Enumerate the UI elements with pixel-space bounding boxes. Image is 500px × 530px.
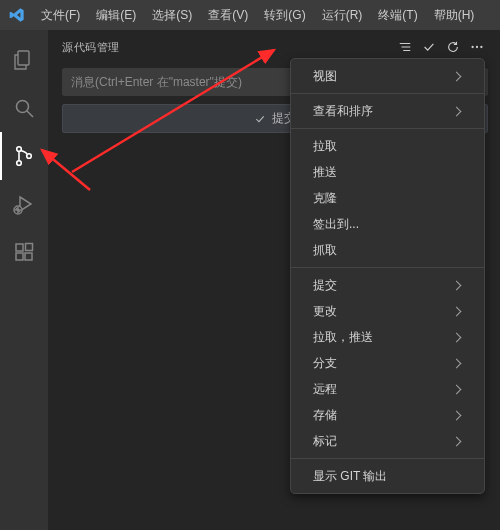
context-menu-item[interactable]: 拉取，推送	[291, 324, 484, 350]
chevron-right-icon	[452, 306, 462, 316]
context-menu-item[interactable]: 远程	[291, 376, 484, 402]
scm-panel-title: 源代码管理	[62, 40, 394, 55]
context-menu-separator	[291, 458, 484, 459]
explorer-icon[interactable]	[0, 36, 48, 84]
context-menu-item[interactable]: 提交	[291, 272, 484, 298]
svg-point-5	[27, 154, 32, 159]
context-menu-item[interactable]: 抓取	[291, 237, 484, 263]
search-icon[interactable]	[0, 84, 48, 132]
chevron-right-icon	[452, 384, 462, 394]
context-menu-label: 远程	[313, 381, 453, 398]
svg-point-19	[476, 46, 478, 48]
context-menu-label: 抓取	[313, 242, 460, 259]
context-menu-item[interactable]: 签出到...	[291, 211, 484, 237]
context-menu-item[interactable]: 拉取	[291, 133, 484, 159]
chevron-right-icon	[452, 410, 462, 420]
context-menu-label: 克隆	[313, 190, 460, 207]
chevron-right-icon	[452, 71, 462, 81]
menu-bar: 文件(F)编辑(E)选择(S)查看(V)转到(G)运行(R)终端(T)帮助(H)	[34, 3, 481, 28]
view-as-tree-icon[interactable]	[394, 36, 416, 58]
scm-icon[interactable]	[0, 132, 48, 180]
context-menu-item[interactable]: 显示 GIT 输出	[291, 463, 484, 489]
svg-point-1	[17, 101, 29, 113]
context-menu-separator	[291, 267, 484, 268]
svg-rect-0	[18, 51, 29, 65]
context-menu-label: 视图	[313, 68, 453, 85]
menu-item-5[interactable]: 运行(R)	[315, 3, 370, 28]
context-menu-label: 签出到...	[313, 216, 460, 233]
svg-point-20	[480, 46, 482, 48]
menu-item-0[interactable]: 文件(F)	[34, 3, 87, 28]
svg-rect-14	[26, 244, 33, 251]
svg-point-18	[471, 46, 473, 48]
context-menu-item[interactable]: 分支	[291, 350, 484, 376]
context-menu-item[interactable]: 更改	[291, 298, 484, 324]
svg-rect-11	[16, 244, 23, 251]
context-menu-item[interactable]: 存储	[291, 402, 484, 428]
context-menu-item[interactable]: 推送	[291, 159, 484, 185]
menu-item-6[interactable]: 终端(T)	[371, 3, 424, 28]
menu-item-3[interactable]: 查看(V)	[201, 3, 255, 28]
extensions-icon[interactable]	[0, 228, 48, 276]
svg-line-2	[27, 111, 33, 117]
context-menu-label: 标记	[313, 433, 453, 450]
context-menu-label: 拉取，推送	[313, 329, 453, 346]
context-menu-label: 查看和排序	[313, 103, 453, 120]
context-menu-item[interactable]: 查看和排序	[291, 98, 484, 124]
menu-item-1[interactable]: 编辑(E)	[89, 3, 143, 28]
title-bar: 文件(F)编辑(E)选择(S)查看(V)转到(G)运行(R)终端(T)帮助(H)	[0, 0, 500, 30]
context-menu-label: 更改	[313, 303, 453, 320]
context-menu-label: 显示 GIT 输出	[313, 468, 460, 485]
vscode-logo-icon	[6, 4, 28, 26]
chevron-right-icon	[452, 332, 462, 342]
debug-icon[interactable]	[0, 180, 48, 228]
refresh-icon[interactable]	[442, 36, 464, 58]
commit-check-icon[interactable]	[418, 36, 440, 58]
chevron-right-icon	[452, 280, 462, 290]
svg-point-4	[17, 161, 22, 166]
context-menu-item[interactable]: 视图	[291, 63, 484, 89]
activity-bar	[0, 30, 48, 530]
context-menu-separator	[291, 128, 484, 129]
more-actions-icon[interactable]	[466, 36, 488, 58]
chevron-right-icon	[452, 436, 462, 446]
context-menu-item[interactable]: 标记	[291, 428, 484, 454]
menu-item-4[interactable]: 转到(G)	[257, 3, 312, 28]
context-menu-separator	[291, 93, 484, 94]
svg-rect-13	[25, 253, 32, 260]
context-menu-label: 存储	[313, 407, 453, 424]
context-menu-label: 推送	[313, 164, 460, 181]
context-menu-item[interactable]: 克隆	[291, 185, 484, 211]
svg-rect-12	[16, 253, 23, 260]
menu-item-7[interactable]: 帮助(H)	[427, 3, 482, 28]
context-menu-label: 分支	[313, 355, 453, 372]
menu-item-2[interactable]: 选择(S)	[145, 3, 199, 28]
context-menu-label: 拉取	[313, 138, 460, 155]
chevron-right-icon	[452, 358, 462, 368]
scm-context-menu: 视图查看和排序拉取推送克隆签出到...抓取提交更改拉取，推送分支远程存储标记显示…	[290, 58, 485, 494]
chevron-right-icon	[452, 106, 462, 116]
context-menu-label: 提交	[313, 277, 453, 294]
